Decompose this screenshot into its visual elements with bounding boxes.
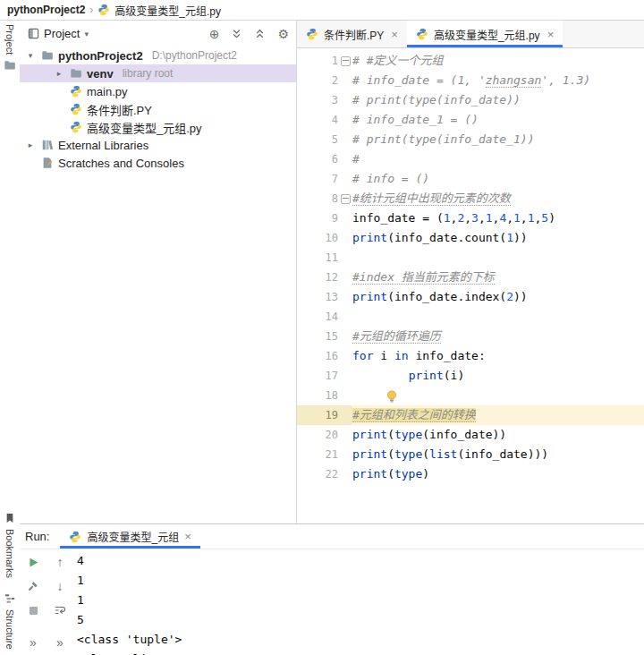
fold-gutter xyxy=(338,287,352,307)
code-line[interactable]: 4# info_date_1 = () xyxy=(297,110,644,130)
tree-item-main-py[interactable]: main.py xyxy=(20,82,296,100)
intention-bulb-icon[interactable] xyxy=(386,390,399,403)
code-line[interactable]: 3# print(type(info_date)) xyxy=(297,90,644,110)
down-icon[interactable]: ↓ xyxy=(53,579,67,593)
code-token: type xyxy=(394,467,422,481)
tree-chevron-icon[interactable]: ▸ xyxy=(54,69,64,78)
stripe-structure-button[interactable]: Structure xyxy=(4,589,16,653)
soft-wrap-icon[interactable] xyxy=(53,603,67,617)
code-line[interactable]: 22print(type) xyxy=(297,464,644,484)
stripe-bookmarks-button[interactable]: Bookmarks xyxy=(4,508,16,582)
tree-item-pythonproject2[interactable]: ▾pythonProject2D:\pythonProject2 xyxy=(20,47,296,64)
code-line[interactable]: 5# print(type(info_date_1)) xyxy=(297,130,644,149)
collapse-all-icon[interactable] xyxy=(254,28,266,39)
breadcrumb-project[interactable]: pythonProject2 xyxy=(7,4,85,16)
editor-tab-gaoji-bianliang[interactable]: 高级变量类型_元组.py× xyxy=(407,21,563,47)
fold-gutter xyxy=(338,149,352,169)
code-line[interactable]: 14 xyxy=(297,307,644,327)
code-token: (info_date))) xyxy=(457,447,548,461)
code-line[interactable]: 10print(info_date.count(1)) xyxy=(297,228,644,248)
code-token: # print(type(info_date_1)) xyxy=(352,132,535,146)
code-line[interactable]: 6# xyxy=(297,149,644,169)
code-line[interactable]: 17 print(i) xyxy=(297,366,644,386)
fold-gutter xyxy=(338,169,352,189)
code-editor[interactable]: 1# #定义一个元组2# info_date = (1, 'zhangsan',… xyxy=(297,48,644,523)
code-token: ', 1.3) xyxy=(541,73,590,87)
code-line[interactable]: 16for i in info_date: xyxy=(297,346,644,366)
tree-item-venv[interactable]: ▸venvlibrary root xyxy=(20,64,296,82)
tree-item-external-libraries[interactable]: ▸External Libraries xyxy=(20,136,296,154)
run-tab[interactable]: 高级变量类型_元组 × xyxy=(60,524,199,549)
left-tool-stripe: Project Bookmarks Structure xyxy=(0,21,20,655)
locate-file-icon[interactable]: ⊕ xyxy=(209,28,220,40)
more-left-icon[interactable]: » xyxy=(26,635,40,650)
tree-item-scratches[interactable]: Scratches and Consoles xyxy=(20,154,296,172)
code-line[interactable]: 2# info_date = (1, 'zhangsan', 1.3) xyxy=(297,71,644,90)
close-tab-icon[interactable]: × xyxy=(184,530,191,543)
code-line[interactable]: 1# #定义一个元组 xyxy=(297,51,644,71)
fold-box xyxy=(341,56,351,66)
tree-item-tiaojian-panduan-py[interactable]: 条件判断.PY xyxy=(20,100,296,118)
code-line[interactable]: 9info_date = (1,2,3,1,4,1,1,5) xyxy=(297,208,644,228)
code-line[interactable]: 20print(type(info_date)) xyxy=(297,425,644,445)
run-console[interactable]: 4115<class 'tuple'><class 'list'> xyxy=(73,549,644,655)
code-token: type xyxy=(394,447,422,461)
close-tab-icon[interactable]: × xyxy=(547,28,555,41)
scratch-icon xyxy=(40,157,54,170)
breadcrumb-file[interactable]: 高级变量类型_元组.py xyxy=(114,3,221,18)
stripe-project-button[interactable]: Project xyxy=(0,21,20,75)
code-token: ) xyxy=(548,211,555,225)
run-panel: Run: 高级变量类型_元组 × » ↑↓» 4115<class 'tuple… xyxy=(20,523,644,655)
line-number: 18 xyxy=(297,386,338,405)
code-token: #元组的循环遍历 xyxy=(352,329,441,344)
line-number: 12 xyxy=(297,268,338,287)
code-token: , xyxy=(521,211,528,225)
project-view-selector[interactable]: Project xyxy=(44,27,80,40)
python-icon xyxy=(69,103,82,116)
settings-gear-icon[interactable]: ⚙ xyxy=(277,28,289,40)
console-line: 5 xyxy=(77,610,644,630)
code-line[interactable]: 13print(info_date.index(2)) xyxy=(297,287,644,307)
project-tree: ▾pythonProject2D:\pythonProject2▸venvlib… xyxy=(20,47,296,172)
code-token: 1 xyxy=(444,211,451,225)
code-token: ( xyxy=(387,467,394,481)
code-line[interactable]: 12#index 指当前元素的下标 xyxy=(297,268,644,287)
code-text xyxy=(352,307,644,327)
code-text: print(i) xyxy=(352,366,644,386)
code-token: list xyxy=(429,447,457,461)
chevron-down-icon[interactable]: ▾ xyxy=(84,30,89,38)
fold-marker-icon[interactable] xyxy=(338,51,352,71)
console-line: <class 'list'> xyxy=(77,650,644,655)
more-right-icon[interactable]: » xyxy=(53,635,67,650)
stripe-bottom-group: Bookmarks Structure xyxy=(0,508,20,653)
code-line[interactable]: 18 xyxy=(297,386,644,405)
editor-tab-tiaojian-panduan[interactable]: 条件判断.PY× xyxy=(297,21,407,47)
code-token: info_date = ( xyxy=(352,211,444,225)
build-icon[interactable] xyxy=(26,579,40,593)
stripe-bookmarks-label: Bookmarks xyxy=(4,529,15,578)
tree-item-gaoji-bianliang-py[interactable]: 高级变量类型_元组.py xyxy=(20,118,296,136)
tree-item-label: External Libraries xyxy=(58,139,148,152)
code-line[interactable]: 7# info = () xyxy=(297,169,644,189)
code-line[interactable]: 21print(type(list(info_date))) xyxy=(297,445,644,464)
fold-gutter xyxy=(338,248,352,268)
tree-chevron-icon[interactable]: ▸ xyxy=(25,140,36,149)
code-line[interactable]: 15#元组的循环遍历 xyxy=(297,327,644,346)
code-token: ( xyxy=(387,428,394,441)
line-number: 2 xyxy=(297,71,338,90)
code-line[interactable]: 8#统计元组中出现的元素的次数 xyxy=(297,189,644,208)
close-tab-icon[interactable]: × xyxy=(391,28,398,41)
code-token: print xyxy=(409,369,444,382)
rerun-icon[interactable] xyxy=(26,555,40,569)
tree-chevron-icon[interactable]: ▾ xyxy=(25,51,36,60)
code-line[interactable]: 11 xyxy=(297,248,644,268)
code-line[interactable]: 19#元组和列表之间的转换 xyxy=(297,405,644,425)
code-text xyxy=(352,386,644,405)
code-token: (i) xyxy=(444,369,464,382)
fold-marker-icon[interactable] xyxy=(338,189,352,208)
expand-all-icon[interactable] xyxy=(231,28,242,39)
stop-icon[interactable] xyxy=(26,603,40,617)
up-icon[interactable]: ↑ xyxy=(53,555,67,569)
project-tool-icon xyxy=(4,59,16,72)
python-file-icon xyxy=(416,28,428,40)
